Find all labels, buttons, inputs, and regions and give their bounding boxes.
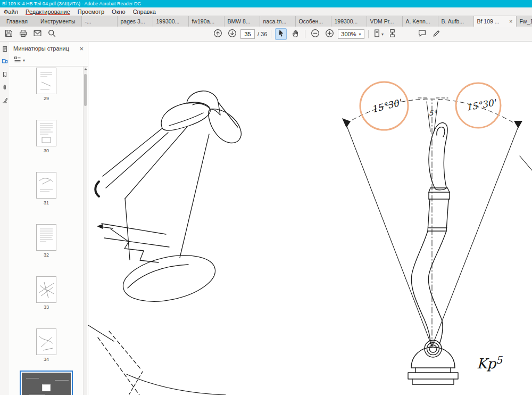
thumbnail-image (36, 120, 56, 146)
bookmark-icon (2, 70, 8, 80)
doc-tab-5[interactable]: naca-tn... (260, 16, 295, 27)
chevron-down-icon: ▾ (381, 32, 384, 37)
doc-tab-7[interactable]: 199300... (331, 16, 367, 27)
menu-view[interactable]: Просмотр (74, 7, 108, 16)
thumbnail-image (36, 328, 56, 355)
navigation-rail (0, 42, 9, 395)
nav-pages-button[interactable] (0, 44, 9, 55)
chevron-down-icon: ▾ (23, 58, 25, 63)
doc-tab-9[interactable]: A. Kenn... (402, 16, 438, 27)
thumbnail-image (36, 224, 56, 251)
page-count-label: / 36 (257, 31, 267, 37)
doc-tab-active[interactable]: Bf 109 ... × (473, 16, 516, 27)
chevron-down-icon: ▾ (359, 32, 361, 37)
doc-tab-3[interactable]: fw190a... (188, 16, 224, 27)
search-button[interactable] (46, 28, 57, 40)
zoom-level-select[interactable]: 300% ▾ (338, 29, 364, 39)
thumbnail-page-number: 29 (9, 96, 84, 101)
plus-circle-icon (325, 29, 334, 40)
doc-tab-2[interactable]: 199300... (153, 16, 188, 27)
thumbnail-item[interactable]: 33 (9, 276, 84, 310)
page-canvas: 15°30' 15°30' 5° Kp5 (88, 42, 532, 395)
cursor-arrow-icon (277, 29, 286, 40)
doc-tab-1[interactable]: pages 3... (117, 16, 153, 27)
comment-bubble-icon (418, 29, 427, 40)
tab-tools[interactable]: Инструменты (34, 16, 81, 27)
thumbnail-item-selected[interactable] (20, 371, 73, 395)
zoom-in-button[interactable] (323, 28, 335, 40)
drawing-labels: 15°30' 15°30' 5° Kp5 (371, 97, 504, 372)
sidebar-scrollbar[interactable] (83, 67, 87, 395)
window-title: Bf 109 K-4 HB Teil 04.pdf (ЗАЩИТА) - Ado… (2, 1, 141, 6)
document-page[interactable]: 15°30' 15°30' 5° Kp5 (88, 42, 532, 395)
doc-tab-10[interactable]: B. Aufb... (438, 16, 473, 27)
thumbnails-panel: Миниатюры страниц × ▾ 29 30 3 (9, 42, 88, 395)
draw-button[interactable] (430, 28, 442, 40)
scrollbar-thumb[interactable] (84, 74, 87, 106)
angle-label-right: 15°30' (466, 97, 498, 113)
thumbnails-panel-header: Миниатюры страниц × (9, 42, 88, 55)
thumbnail-item[interactable]: 29 (9, 68, 84, 101)
menu-edit[interactable]: Редактирование (22, 7, 74, 16)
thumbnail-page-number: 33 (9, 305, 84, 310)
tab-bar: Главная Инструменты -... pages 3... 1993… (0, 16, 532, 27)
signature-pen-icon (2, 96, 8, 105)
thumbnail-item[interactable]: 34 (9, 328, 84, 362)
page-number-input[interactable] (240, 29, 255, 39)
doc-tab-6[interactable]: Особен... (295, 16, 331, 27)
page-list-icon (2, 45, 8, 54)
menu-file[interactable]: Файл (0, 7, 22, 16)
arrow-down-circle-icon (228, 29, 237, 40)
toolbar-divider (271, 30, 271, 38)
next-page-button[interactable] (226, 28, 238, 40)
scrollbar-up-arrow[interactable] (84, 68, 87, 70)
pencil-icon (432, 29, 441, 40)
tab-close-icon[interactable]: × (508, 16, 513, 27)
doc-tab-4[interactable]: BMW 8... (224, 16, 260, 27)
bookmarks-button[interactable] (0, 70, 9, 80)
window-titlebar: Bf 109 K-4 HB Teil 04.pdf (ЗАЩИТА) - Ado… (0, 0, 532, 7)
hand-icon (291, 29, 300, 40)
continuous-scroll-icon (388, 29, 397, 40)
page-thumbnails-button[interactable] (0, 57, 9, 68)
toolbar-left-group (3, 27, 57, 42)
arrow-up-circle-icon (213, 29, 222, 40)
thumbnails-panel-title: Миниатюры страниц (13, 45, 69, 52)
toolbar-divider (305, 30, 305, 38)
thumbnail-item[interactable]: 30 (9, 120, 84, 153)
attachments-button[interactable] (0, 83, 9, 93)
scroll-mode-button[interactable] (387, 28, 398, 40)
menu-window[interactable]: Окно (108, 7, 129, 16)
doc-tab-12[interactable]: Fw_19... (516, 16, 532, 27)
envelope-icon (33, 29, 42, 40)
thumbnail-image (36, 276, 56, 303)
main-toolbar: / 36 300% ▾ ▾ (0, 27, 532, 42)
thumbnails-panel-toolbar: ▾ (9, 55, 88, 67)
signatures-button[interactable] (0, 95, 9, 106)
save-button[interactable] (3, 28, 14, 40)
print-button[interactable] (17, 28, 29, 40)
comment-button[interactable] (416, 28, 428, 40)
thumbnail-image (36, 68, 56, 94)
menu-help[interactable]: Справка (129, 7, 160, 16)
page-fit-button[interactable]: ▾ (372, 28, 384, 40)
thumbnail-options-button[interactable]: ▾ (14, 56, 25, 65)
thumbnail-item[interactable]: 32 (9, 224, 84, 258)
hand-tool-button[interactable] (289, 28, 301, 40)
thumbnail-list: 29 30 31 32 33 (9, 67, 88, 395)
thumbnail-image (36, 172, 56, 199)
page-fit-icon (372, 29, 381, 40)
thumbnail-item[interactable]: 31 (9, 172, 84, 205)
doc-tab-8[interactable]: VDM Pr... (367, 16, 402, 27)
save-icon (4, 29, 13, 40)
panel-close-icon[interactable]: × (79, 45, 84, 52)
zoom-level-value: 300% (341, 31, 356, 37)
zoom-out-button[interactable] (309, 28, 321, 40)
doc-tab-0[interactable]: -... (81, 16, 117, 27)
email-button[interactable] (31, 28, 43, 40)
tab-home[interactable]: Главная (0, 16, 34, 27)
select-tool-button[interactable] (275, 28, 287, 40)
thumbnail-page-number: 32 (9, 252, 84, 258)
thumbnail-image (22, 373, 71, 395)
previous-page-button[interactable] (212, 28, 223, 40)
